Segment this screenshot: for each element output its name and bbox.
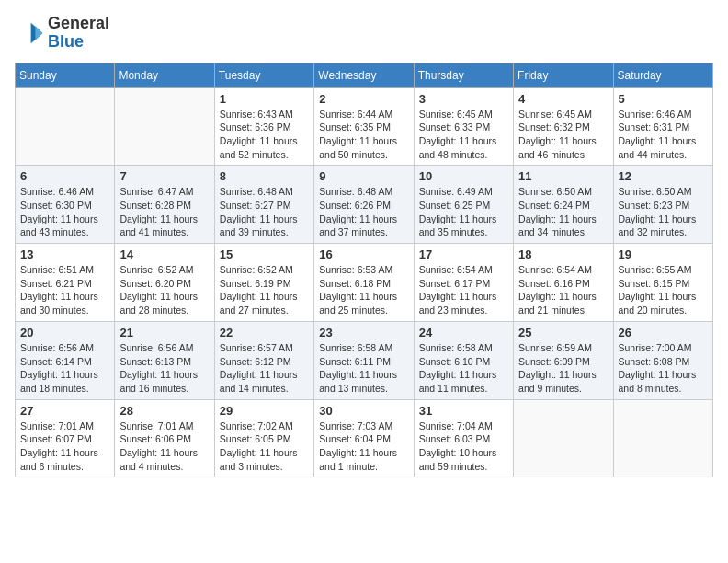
calendar-body: 1Sunrise: 6:43 AM Sunset: 6:36 PM Daylig… bbox=[16, 87, 713, 477]
calendar-cell: 31Sunrise: 7:04 AM Sunset: 6:03 PM Dayli… bbox=[414, 399, 513, 477]
calendar-cell: 10Sunrise: 6:49 AM Sunset: 6:25 PM Dayli… bbox=[414, 166, 513, 244]
day-number: 31 bbox=[419, 404, 508, 418]
day-number: 30 bbox=[319, 404, 408, 418]
day-number: 5 bbox=[619, 92, 708, 106]
day-detail: Sunrise: 6:59 AM Sunset: 6:09 PM Dayligh… bbox=[518, 341, 608, 396]
day-detail: Sunrise: 6:49 AM Sunset: 6:25 PM Dayligh… bbox=[419, 185, 508, 239]
day-number: 27 bbox=[20, 404, 109, 418]
logo: General Blue bbox=[15, 15, 109, 52]
calendar-cell: 4Sunrise: 6:45 AM Sunset: 6:32 PM Daylig… bbox=[514, 87, 613, 166]
day-number: 20 bbox=[20, 326, 109, 339]
day-number: 3 bbox=[419, 92, 508, 106]
calendar-cell: 29Sunrise: 7:02 AM Sunset: 6:05 PM Dayli… bbox=[214, 399, 313, 477]
day-number: 10 bbox=[419, 169, 508, 183]
calendar-cell: 26Sunrise: 7:00 AM Sunset: 6:08 PM Dayli… bbox=[613, 321, 712, 399]
day-number: 21 bbox=[119, 326, 209, 339]
day-detail: Sunrise: 6:52 AM Sunset: 6:19 PM Dayligh… bbox=[220, 263, 309, 317]
calendar-cell: 8Sunrise: 6:48 AM Sunset: 6:27 PM Daylig… bbox=[214, 166, 313, 244]
calendar-cell: 27Sunrise: 7:01 AM Sunset: 6:07 PM Dayli… bbox=[16, 399, 115, 477]
day-number: 28 bbox=[119, 404, 209, 418]
calendar-cell: 1Sunrise: 6:43 AM Sunset: 6:36 PM Daylig… bbox=[214, 87, 313, 166]
calendar-week-row: 27Sunrise: 7:01 AM Sunset: 6:07 PM Dayli… bbox=[16, 399, 713, 477]
day-detail: Sunrise: 6:55 AM Sunset: 6:15 PM Dayligh… bbox=[619, 263, 708, 317]
day-number: 4 bbox=[518, 92, 608, 106]
calendar-cell: 9Sunrise: 6:48 AM Sunset: 6:26 PM Daylig… bbox=[314, 166, 414, 244]
day-detail: Sunrise: 6:52 AM Sunset: 6:20 PM Dayligh… bbox=[119, 263, 209, 317]
day-detail: Sunrise: 6:46 AM Sunset: 6:31 PM Dayligh… bbox=[619, 108, 708, 162]
calendar-header-cell: Saturday bbox=[613, 63, 712, 87]
day-detail: Sunrise: 6:56 AM Sunset: 6:13 PM Dayligh… bbox=[119, 341, 209, 396]
logo-text: General Blue bbox=[48, 15, 109, 52]
calendar-cell: 16Sunrise: 6:53 AM Sunset: 6:18 PM Dayli… bbox=[314, 244, 414, 322]
calendar-cell: 12Sunrise: 6:50 AM Sunset: 6:23 PM Dayli… bbox=[613, 166, 712, 244]
day-detail: Sunrise: 7:02 AM Sunset: 6:05 PM Dayligh… bbox=[220, 419, 309, 474]
day-number: 16 bbox=[319, 247, 408, 261]
day-number: 12 bbox=[619, 169, 708, 183]
day-number: 25 bbox=[518, 326, 608, 339]
day-detail: Sunrise: 6:45 AM Sunset: 6:33 PM Dayligh… bbox=[419, 108, 508, 162]
calendar-cell: 17Sunrise: 6:54 AM Sunset: 6:17 PM Dayli… bbox=[414, 244, 513, 322]
calendar-cell: 2Sunrise: 6:44 AM Sunset: 6:35 PM Daylig… bbox=[314, 87, 414, 166]
calendar-cell bbox=[115, 87, 214, 166]
calendar-header-cell: Monday bbox=[115, 63, 214, 87]
calendar-cell bbox=[16, 87, 115, 166]
calendar-cell: 15Sunrise: 6:52 AM Sunset: 6:19 PM Dayli… bbox=[214, 244, 313, 322]
day-number: 29 bbox=[220, 404, 309, 418]
calendar-cell: 18Sunrise: 6:54 AM Sunset: 6:16 PM Dayli… bbox=[514, 244, 613, 322]
day-number: 7 bbox=[119, 169, 209, 183]
calendar-header-cell: Friday bbox=[514, 63, 613, 87]
day-number: 22 bbox=[220, 326, 309, 339]
day-detail: Sunrise: 6:50 AM Sunset: 6:23 PM Dayligh… bbox=[619, 185, 708, 239]
day-number: 18 bbox=[518, 247, 608, 261]
calendar-cell: 19Sunrise: 6:55 AM Sunset: 6:15 PM Dayli… bbox=[613, 244, 712, 322]
calendar-cell: 7Sunrise: 6:47 AM Sunset: 6:28 PM Daylig… bbox=[115, 166, 214, 244]
day-number: 14 bbox=[119, 247, 209, 261]
calendar-cell: 6Sunrise: 6:46 AM Sunset: 6:30 PM Daylig… bbox=[16, 166, 115, 244]
calendar-cell: 20Sunrise: 6:56 AM Sunset: 6:14 PM Dayli… bbox=[16, 321, 115, 399]
day-number: 13 bbox=[20, 247, 109, 261]
day-number: 6 bbox=[20, 169, 109, 183]
day-detail: Sunrise: 6:51 AM Sunset: 6:21 PM Dayligh… bbox=[20, 263, 109, 317]
day-detail: Sunrise: 6:54 AM Sunset: 6:16 PM Dayligh… bbox=[518, 263, 608, 317]
svg-marker-1 bbox=[35, 26, 42, 40]
day-detail: Sunrise: 6:53 AM Sunset: 6:18 PM Dayligh… bbox=[319, 263, 408, 317]
calendar-cell: 24Sunrise: 6:58 AM Sunset: 6:10 PM Dayli… bbox=[414, 321, 513, 399]
day-number: 9 bbox=[319, 169, 408, 183]
day-number: 17 bbox=[419, 247, 508, 261]
day-detail: Sunrise: 6:44 AM Sunset: 6:35 PM Dayligh… bbox=[319, 108, 408, 162]
calendar-cell: 14Sunrise: 6:52 AM Sunset: 6:20 PM Dayli… bbox=[115, 244, 214, 322]
day-detail: Sunrise: 6:48 AM Sunset: 6:26 PM Dayligh… bbox=[319, 185, 408, 239]
calendar-cell bbox=[514, 399, 613, 477]
calendar-week-row: 1Sunrise: 6:43 AM Sunset: 6:36 PM Daylig… bbox=[16, 87, 713, 166]
calendar-cell: 13Sunrise: 6:51 AM Sunset: 6:21 PM Dayli… bbox=[16, 244, 115, 322]
day-number: 2 bbox=[319, 92, 408, 106]
calendar-week-row: 6Sunrise: 6:46 AM Sunset: 6:30 PM Daylig… bbox=[16, 166, 713, 244]
day-detail: Sunrise: 7:03 AM Sunset: 6:04 PM Dayligh… bbox=[319, 419, 408, 474]
day-detail: Sunrise: 6:50 AM Sunset: 6:24 PM Dayligh… bbox=[518, 185, 608, 239]
logo-icon bbox=[15, 18, 44, 48]
day-number: 23 bbox=[319, 326, 408, 339]
calendar-cell bbox=[613, 399, 712, 477]
calendar-header-cell: Thursday bbox=[414, 63, 513, 87]
day-detail: Sunrise: 6:58 AM Sunset: 6:10 PM Dayligh… bbox=[419, 341, 508, 396]
day-number: 15 bbox=[220, 247, 309, 261]
calendar-week-row: 13Sunrise: 6:51 AM Sunset: 6:21 PM Dayli… bbox=[16, 244, 713, 322]
day-number: 26 bbox=[619, 326, 708, 339]
day-number: 8 bbox=[220, 169, 309, 183]
day-detail: Sunrise: 6:47 AM Sunset: 6:28 PM Dayligh… bbox=[119, 185, 209, 239]
day-detail: Sunrise: 6:43 AM Sunset: 6:36 PM Dayligh… bbox=[220, 108, 309, 162]
day-number: 19 bbox=[619, 247, 708, 261]
calendar-header-row: SundayMondayTuesdayWednesdayThursdayFrid… bbox=[16, 63, 713, 87]
calendar-header-cell: Tuesday bbox=[214, 63, 313, 87]
day-detail: Sunrise: 6:46 AM Sunset: 6:30 PM Dayligh… bbox=[20, 185, 109, 239]
day-detail: Sunrise: 7:04 AM Sunset: 6:03 PM Dayligh… bbox=[419, 419, 508, 474]
calendar-cell: 30Sunrise: 7:03 AM Sunset: 6:04 PM Dayli… bbox=[314, 399, 414, 477]
calendar-header-cell: Sunday bbox=[16, 63, 115, 87]
day-detail: Sunrise: 7:01 AM Sunset: 6:06 PM Dayligh… bbox=[119, 419, 209, 474]
day-number: 11 bbox=[518, 169, 608, 183]
calendar-cell: 3Sunrise: 6:45 AM Sunset: 6:33 PM Daylig… bbox=[414, 87, 513, 166]
day-detail: Sunrise: 6:56 AM Sunset: 6:14 PM Dayligh… bbox=[20, 341, 109, 396]
day-detail: Sunrise: 7:01 AM Sunset: 6:07 PM Dayligh… bbox=[20, 419, 109, 474]
day-number: 24 bbox=[419, 326, 508, 339]
calendar-cell: 21Sunrise: 6:56 AM Sunset: 6:13 PM Dayli… bbox=[115, 321, 214, 399]
